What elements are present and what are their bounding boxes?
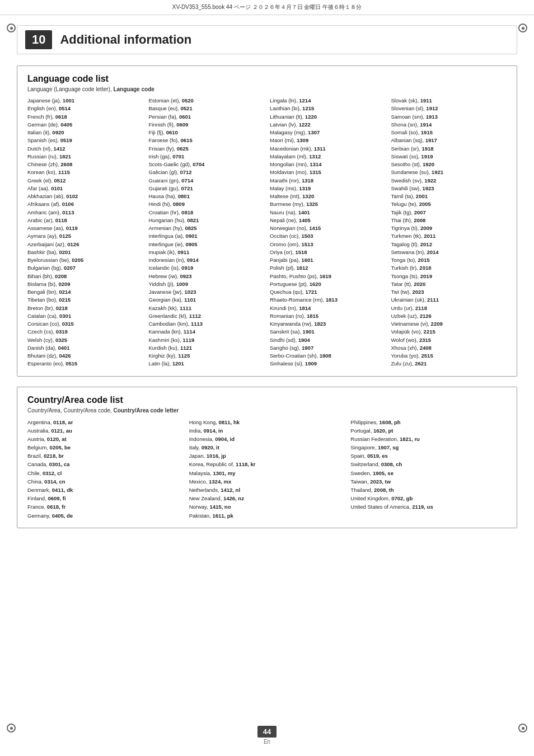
country-entry: China, 0314, cn (27, 477, 184, 486)
language-column-3: Slovak (sk), 1911Slovenian (sl), 1912Sam… (391, 97, 507, 368)
lang-entry: Gujarati (gu), 0721 (149, 185, 265, 192)
country-entry: Pakistan, 1611, pk (189, 511, 345, 520)
lang-entry: Shona (sn), 1914 (391, 121, 507, 129)
lang-entry: Sesotho (st), 1920 (391, 161, 507, 168)
country-section: Country/Area code list Country/Area, Cou… (17, 387, 517, 528)
country-entry: Portugal, 1620, pt (350, 426, 507, 435)
lang-entry: Frisian (fy), 0625 (149, 145, 265, 153)
country-entry: United Kingdom, 0702, gb (350, 494, 507, 503)
lang-entry: French (fr), 0618 (27, 113, 143, 121)
lang-entry: Pashto, Pushto (ps), 1619 (270, 273, 386, 280)
lang-entry: Bhutani (dz), 0426 (27, 352, 143, 360)
lang-entry: Rhaeto-Romance (rm), 1813 (270, 296, 386, 304)
lang-entry: Romanian (ro), 1815 (270, 312, 386, 320)
lang-entry: Urdu (ur), 2118 (391, 304, 507, 312)
lang-entry: Kurdish (ku), 1121 (149, 344, 265, 352)
lang-entry: Kashmiri (ks), 1119 (149, 336, 265, 344)
lang-entry: Indonesian (in), 0914 (149, 256, 265, 264)
lang-entry: Marathi (mr), 1318 (270, 177, 386, 185)
lang-entry: Dutch (nl), 1412 (27, 145, 143, 153)
lang-entry: Maori (mi), 1309 (270, 137, 386, 144)
lang-entry: Sinhalese (si), 1909 (270, 360, 386, 368)
lang-entry: English (en), 0514 (27, 105, 143, 112)
lang-entry: Guarani (gn), 0714 (149, 177, 265, 185)
country-entry: New Zealand, 1426, nz (189, 494, 345, 503)
lang-entry: Interlingue (ie), 0905 (149, 241, 265, 248)
country-entry: Netherlands, 1412, nl (189, 486, 345, 494)
lang-entry: German (de), 0405 (27, 121, 143, 129)
lang-entry: Tsonga (ts), 2019 (391, 273, 507, 280)
header-bar: XV-DV353_555.book 44 ページ ２０２６年４月７日 金曜日 午… (0, 0, 534, 15)
page-number: 44 (257, 726, 277, 738)
country-entry: Germany, 0405, de (27, 511, 184, 520)
lang-entry: Afrikaans (af), 0106 (27, 200, 143, 208)
lang-entry: Bislama (bi), 0209 (27, 280, 143, 288)
lang-entry: Uzbek (uz), 2126 (391, 312, 507, 320)
lang-entry: Hindi (hi), 0809 (149, 200, 265, 208)
lang-entry: Persian (fa), 0601 (149, 113, 265, 121)
country-entry: Spain, 0519, es (350, 452, 507, 460)
lang-entry: Aymara (ay), 0125 (27, 232, 143, 240)
lang-entry: Greenlandic (kl), 1112 (149, 312, 265, 320)
lang-entry: Slovak (sk), 1911 (391, 97, 507, 105)
country-entry: Argentina, 0118, ar (27, 418, 184, 426)
lang-entry: Volapük (vo), 2215 (391, 328, 507, 336)
lang-entry: Tatar (tt), 2020 (391, 280, 507, 288)
lang-entry: Czech (cs), 0319 (27, 328, 143, 336)
lang-entry: Russian (ru), 1821 (27, 153, 143, 161)
lang-entry: Xhosa (xh), 2408 (391, 344, 507, 352)
lang-entry: Norwegian (no), 1415 (270, 224, 386, 232)
lang-entry: Korean (ko), 1115 (27, 168, 143, 176)
country-entry: Japan, 1016, jp (189, 452, 345, 460)
lang-entry: Kannada (kn), 1114 (149, 328, 265, 336)
country-entry: Indonesia, 0904, id (189, 435, 345, 443)
lang-entry: Laothian (lo), 1215 (270, 105, 386, 112)
lang-entry: Polish (pl), 1612 (270, 264, 386, 272)
lang-entry: Spanish (es), 0519 (27, 137, 143, 144)
lang-entry: Samoan (sm), 1913 (391, 113, 507, 121)
lang-entry: Tajik (tg), 2007 (391, 209, 507, 217)
lang-entry: Breton (br), 0218 (27, 304, 143, 312)
lang-entry: Tonga (to), 2015 (391, 256, 507, 264)
lang-entry: Faroese (fo), 0615 (149, 137, 265, 144)
lang-entry: Sundanese (su), 1921 (391, 168, 507, 176)
lang-entry: Catalan (ca), 0301 (27, 312, 143, 320)
corner-decoration-tl (6, 22, 17, 34)
lang-entry: Amharic (am), 0113 (27, 209, 143, 217)
lang-entry: Greek (el), 0512 (27, 177, 143, 185)
lang-entry: Croatian (hr), 0818 (149, 209, 265, 217)
country-entry: Switzerland, 0308, ch (350, 460, 507, 468)
lang-entry: Sindhi (sd), 1904 (270, 336, 386, 344)
lang-entry: Finnish (fi), 0609 (149, 121, 265, 129)
language-section: Language code list Language (Language co… (17, 65, 517, 377)
lang-entry: Telugu (te), 2005 (391, 200, 507, 208)
chapter-title: Additional information (60, 32, 191, 47)
country-entry: Denmark, 0411, dk (27, 486, 184, 494)
lang-entry: Oromo (om), 1513 (270, 241, 386, 248)
lang-entry: Serbo-Croatian (sh), 1908 (270, 352, 386, 360)
country-section-title: Country/Area code list (27, 395, 507, 405)
lang-entry: Japanese (ja), 1001 (27, 97, 143, 105)
country-entry: Italy, 0920, it (189, 443, 345, 452)
country-entry: United States of America, 2119, us (350, 503, 507, 511)
country-entry: Philippines, 1608, ph (350, 418, 507, 426)
lang-entry: Bengali (bn), 0214 (27, 288, 143, 296)
lang-entry: Wolof (wo), 2315 (391, 336, 507, 344)
language-column-2: Lingala (ln), 1214Laothian (lo), 1215Lit… (270, 97, 386, 368)
country-subtitle-static: Country/Area, Country/Area code, (27, 407, 113, 414)
page-container: XV-DV353_555.book 44 ページ ２０２６年４月７日 金曜日 午… (0, 0, 534, 756)
country-entry: Belgium, 0205, be (27, 443, 184, 452)
lang-entry: Bulgarian (bg), 0207 (27, 264, 143, 272)
lang-entry: Kinyarwanda (rw), 1823 (270, 320, 386, 328)
country-entry: Sweden, 1905, se (350, 469, 507, 477)
lang-entry: Armenian (hy), 0825 (149, 224, 265, 232)
lang-entry: Azerbaijani (az), 0126 (27, 241, 143, 248)
lang-entry: Danish (da), 0401 (27, 344, 143, 352)
country-columns: Argentina, 0118, arAustralia, 0121, auAu… (27, 418, 507, 520)
country-entry: Russian Federation, 1821, ru (350, 435, 507, 443)
country-entry: France, 0618, fr (27, 503, 184, 511)
lang-entry: Icelandic (is), 0919 (149, 264, 265, 272)
lang-entry: Abkhazian (ab), 0102 (27, 192, 143, 200)
country-entry: Singapore, 1907, sg (350, 443, 507, 452)
lang-entry: Georgian (ka), 1101 (149, 296, 265, 304)
